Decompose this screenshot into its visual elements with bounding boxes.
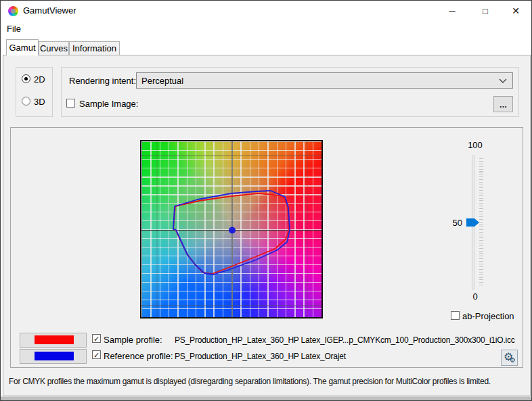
app-window: GamutViewer ─ □ ✕ File Gamut Curves Info… bbox=[0, 0, 532, 401]
sample-profile-label: Sample profile: bbox=[104, 335, 162, 345]
radio-2d-label: 2D bbox=[34, 74, 45, 85]
reference-profile-value: PS_Production_HP_Latex_360_HP Latex_Oraj… bbox=[175, 352, 346, 361]
minimize-icon: ─ bbox=[449, 6, 455, 16]
menu-item-file[interactable]: File bbox=[7, 24, 21, 34]
center-point-marker bbox=[229, 227, 236, 234]
rendering-intent-value: Perceptual bbox=[141, 76, 183, 86]
lightness-slider-thumb[interactable] bbox=[466, 218, 479, 227]
reference-color-swatch-button[interactable] bbox=[20, 349, 87, 364]
chevron-down-icon bbox=[499, 78, 507, 84]
rendering-intent-dropdown[interactable]: Perceptual bbox=[136, 72, 513, 89]
radio-3d[interactable] bbox=[22, 97, 30, 105]
reference-profile-checkbox[interactable]: ✓ bbox=[92, 350, 101, 359]
tab-gamut[interactable]: Gamut bbox=[6, 39, 39, 55]
rendering-group: Rendering intent: Perceptual Sample Imag… bbox=[61, 67, 519, 117]
settings-button[interactable]: ⚙ ⚙ bbox=[501, 350, 518, 366]
sample-color-swatch-button[interactable] bbox=[20, 333, 87, 348]
sample-image-checkbox[interactable] bbox=[66, 99, 75, 108]
title-bar: GamutViewer ─ □ ✕ bbox=[1, 1, 531, 21]
reference-color-bar bbox=[35, 352, 74, 360]
slider-tick-marks bbox=[479, 158, 483, 287]
gamut-view-panel: 100 50 0 ab-Projection ✓ Sample profile:… bbox=[10, 127, 523, 368]
sample-profile-value: PS_Production_HP_Latex_360_HP Latex_IGEP… bbox=[175, 335, 515, 345]
close-icon: ✕ bbox=[512, 5, 520, 16]
maximize-button[interactable]: □ bbox=[470, 1, 501, 21]
slider-min-label: 0 bbox=[462, 291, 489, 302]
tab-information[interactable]: Information bbox=[69, 41, 120, 55]
gamut-tab-page: 2D 3D Rendering intent: Perceptual Sampl… bbox=[3, 55, 531, 396]
radio-2d[interactable] bbox=[22, 74, 30, 83]
close-button[interactable]: ✕ bbox=[500, 1, 531, 21]
ab-projection-label: ab-Projection bbox=[462, 311, 514, 321]
app-color-wheel-icon bbox=[8, 6, 18, 16]
tab-curves[interactable]: Curves bbox=[39, 41, 69, 55]
view-mode-group: 2D 3D bbox=[16, 67, 53, 117]
window-title: GamutViewer bbox=[23, 5, 76, 16]
slider-max-label: 100 bbox=[462, 140, 489, 150]
reference-profile-label: Reference profile: bbox=[104, 351, 173, 361]
slider-value-label: 50 bbox=[445, 218, 462, 228]
sample-image-label: Sample Image: bbox=[79, 99, 138, 109]
rendering-intent-label: Rendering intent: bbox=[69, 76, 136, 86]
gamut-overlay bbox=[141, 141, 322, 317]
status-message: For CMYK profiles the maximum gamut is d… bbox=[9, 377, 527, 386]
ab-projection-checkbox[interactable] bbox=[451, 311, 460, 320]
gear-small-icon: ⚙ bbox=[510, 356, 516, 364]
sample-gamut-outline bbox=[173, 193, 289, 274]
browse-button[interactable]: ... bbox=[493, 96, 513, 112]
gamut-chart[interactable] bbox=[140, 140, 323, 319]
minimize-button[interactable]: ─ bbox=[437, 1, 468, 21]
radio-3d-label: 3D bbox=[34, 97, 45, 107]
maximize-icon: □ bbox=[483, 6, 488, 16]
sample-profile-checkbox[interactable]: ✓ bbox=[92, 334, 101, 343]
window-resize-edge[interactable] bbox=[1, 396, 532, 401]
sample-color-bar bbox=[35, 335, 74, 344]
